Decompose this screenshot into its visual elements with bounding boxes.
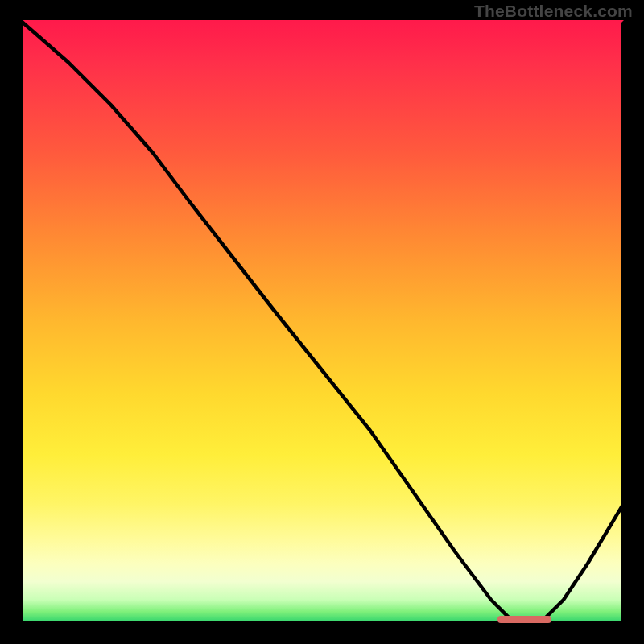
bottleneck-curve xyxy=(20,20,624,624)
optimal-range-marker xyxy=(497,616,552,623)
chart-frame: { "watermark": "TheBottleneck.com", "col… xyxy=(0,0,644,644)
watermark-text: TheBottleneck.com xyxy=(474,2,633,21)
